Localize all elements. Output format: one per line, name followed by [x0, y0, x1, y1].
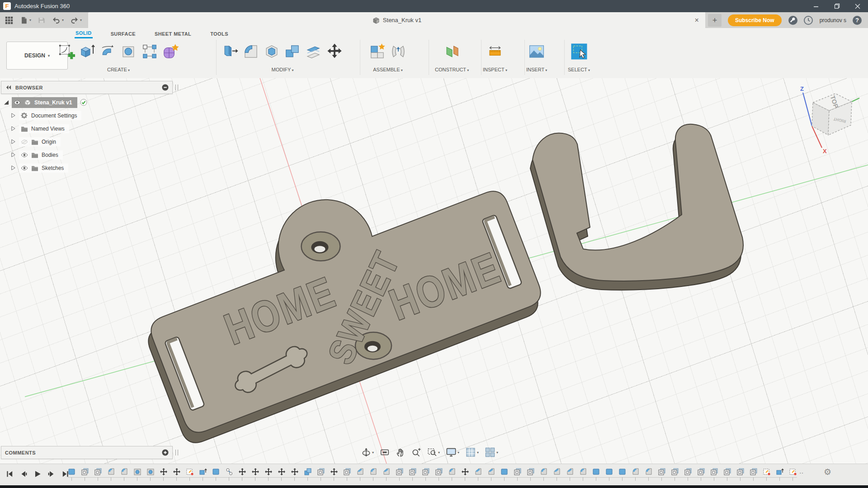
- new-tab-button[interactable]: +: [708, 14, 722, 27]
- browser-item-origin[interactable]: Origin: [1, 136, 178, 147]
- browser-item-bodies[interactable]: Bodies: [1, 149, 178, 160]
- viewports-icon[interactable]: ▾: [484, 446, 499, 459]
- comments-header[interactable]: COMMENTS: [1, 446, 173, 459]
- timeline-feature-box[interactable]: [618, 468, 627, 476]
- group-label-select[interactable]: SELECT ▾: [568, 67, 590, 72]
- timeline-feature-combine[interactable]: [304, 468, 312, 476]
- joint-icon[interactable]: [390, 43, 407, 62]
- timeline-feature-move[interactable]: [160, 468, 168, 476]
- viewport-canvas[interactable]: HOME SWEET HOME Z X TOP RIGHT: [0, 78, 868, 464]
- playback-step-back-button[interactable]: [19, 469, 28, 479]
- timeline-feature-joint[interactable]: [225, 468, 233, 476]
- zoom-icon[interactable]: [410, 446, 422, 458]
- timeline-feature-sketch-edit[interactable]: [789, 468, 797, 476]
- timeline-feature-sketch[interactable]: [527, 468, 535, 476]
- browser-item-document-settings[interactable]: Document Settings: [1, 110, 178, 121]
- timeline-feature-move[interactable]: [278, 468, 286, 476]
- pan-icon[interactable]: [395, 446, 406, 458]
- model-hook[interactable]: [530, 124, 743, 290]
- document-tab[interactable]: Stena_Kruk v1 ×: [88, 12, 705, 28]
- expander-closed-icon[interactable]: [11, 126, 17, 131]
- create-sketch-icon[interactable]: [58, 43, 75, 62]
- minimize-button[interactable]: [806, 0, 826, 12]
- job-status-icon[interactable]: [788, 15, 798, 25]
- shell-icon[interactable]: [263, 43, 280, 62]
- expand-comments-icon[interactable]: [162, 449, 169, 456]
- timeline-feature-box[interactable]: [212, 468, 220, 476]
- timeline-feature-sketch[interactable]: [723, 468, 731, 476]
- timeline-feature-chamfer[interactable]: [553, 468, 561, 476]
- new-component-icon[interactable]: [369, 43, 386, 62]
- orbit-icon[interactable]: ▾: [360, 446, 375, 458]
- timeline-feature-move[interactable]: [173, 468, 181, 476]
- browser-item-label[interactable]: Sketches: [42, 165, 64, 171]
- timeline-feature-sketch[interactable]: [697, 468, 705, 476]
- timeline-feature-sketch[interactable]: [671, 468, 679, 476]
- group-label-create[interactable]: CREATE ▾: [58, 67, 179, 72]
- app-grid-icon[interactable]: [4, 15, 14, 26]
- timeline-feature-sketch[interactable]: [658, 468, 666, 476]
- browser-header[interactable]: BROWSER: [1, 81, 173, 94]
- model-plate[interactable]: HOME SWEET HOME: [127, 136, 545, 437]
- expander-open-icon[interactable]: [4, 100, 10, 105]
- timeline-feature-sketch[interactable]: [750, 468, 758, 476]
- group-label-inspect[interactable]: INSPECT ▾: [483, 67, 507, 72]
- eye-hidden-icon[interactable]: [21, 140, 28, 144]
- plane-icon[interactable]: [443, 43, 461, 62]
- redo-icon[interactable]: ▾: [69, 15, 83, 25]
- notifications-clock-icon[interactable]: [803, 15, 813, 25]
- move-icon[interactable]: [326, 42, 344, 62]
- look-at-icon[interactable]: [379, 446, 391, 458]
- hole-icon[interactable]: [120, 43, 137, 62]
- insert-image-icon[interactable]: [528, 43, 545, 62]
- press-pull-icon[interactable]: [222, 43, 239, 62]
- restore-button[interactable]: [826, 0, 847, 12]
- timeline-feature-box[interactable]: [605, 468, 613, 476]
- fit-icon[interactable]: ▾: [426, 446, 441, 458]
- timeline-feature-sketch[interactable]: [317, 468, 325, 476]
- timeline-feature-chamfer[interactable]: [487, 468, 495, 476]
- timeline-settings-gear-icon[interactable]: ⚙: [824, 467, 831, 477]
- timeline-feature-sketch[interactable]: [514, 468, 522, 476]
- offset-face-icon[interactable]: [305, 43, 322, 62]
- close-button[interactable]: [847, 0, 868, 12]
- timeline-feature-hole[interactable]: [146, 468, 155, 476]
- tab-surface[interactable]: SURFACE: [110, 29, 137, 38]
- panel-grip[interactable]: [175, 84, 178, 90]
- timeline-feature-sketch-edit[interactable]: [186, 468, 194, 476]
- pattern-icon[interactable]: [141, 43, 158, 62]
- eye-icon[interactable]: [14, 100, 21, 105]
- timeline-feature-fillet[interactable]: [645, 468, 653, 476]
- panel-display-toggle-icon[interactable]: [162, 84, 169, 91]
- expander-closed-icon[interactable]: [11, 113, 17, 118]
- revolve-icon[interactable]: [99, 43, 117, 62]
- display-icon[interactable]: ▾: [445, 446, 460, 459]
- timeline-feature-sketch[interactable]: [409, 468, 417, 476]
- timeline-feature-chamfer[interactable]: [382, 468, 391, 476]
- group-label-insert[interactable]: INSERT ▾: [526, 67, 547, 72]
- timeline-feature-move[interactable]: [461, 468, 469, 476]
- help-icon[interactable]: ?: [853, 16, 862, 25]
- tab-close-icon[interactable]: ×: [695, 16, 699, 24]
- extrude-icon[interactable]: [79, 43, 96, 62]
- timeline-feature-sketch[interactable]: [343, 468, 351, 476]
- timeline-feature-move[interactable]: [291, 468, 299, 476]
- timeline-feature-box[interactable]: [592, 468, 600, 476]
- browser-root-label[interactable]: Stena_Kruk v1: [34, 99, 72, 106]
- timeline-feature-chamfer[interactable]: [474, 468, 482, 476]
- playback-go-to-start-button[interactable]: [5, 469, 14, 479]
- timeline-feature-fillet[interactable]: [120, 468, 128, 476]
- timeline-feature-sketch[interactable]: [94, 468, 102, 476]
- timeline-feature-chamfer[interactable]: [566, 468, 574, 476]
- fillet-icon[interactable]: [242, 43, 259, 62]
- timeline-feature-hole[interactable]: [133, 468, 142, 476]
- grid-display-icon[interactable]: ▾: [464, 446, 480, 459]
- panel-grip[interactable]: [175, 450, 178, 455]
- view-cube[interactable]: Z X TOP RIGHT: [796, 84, 863, 155]
- timeline-feature-sketch[interactable]: [81, 468, 89, 476]
- undo-icon[interactable]: ▾: [51, 15, 65, 25]
- timeline-feature-fillet[interactable]: [107, 468, 115, 476]
- group-label-construct[interactable]: CONSTRUCT ▾: [435, 67, 469, 72]
- file-new-icon[interactable]: ▾: [19, 15, 32, 25]
- timeline-feature-move[interactable]: [251, 468, 259, 476]
